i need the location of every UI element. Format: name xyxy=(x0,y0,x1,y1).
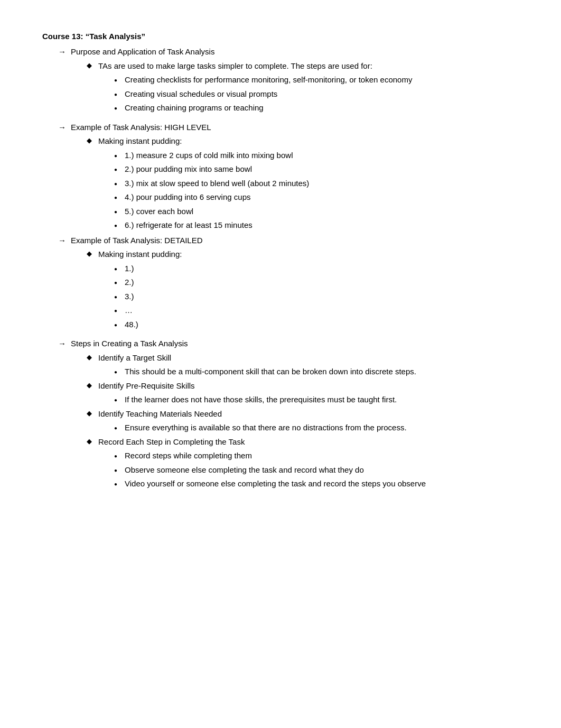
diamond-item-prereq-skills-text: Identify Pre-Requisite Skills xyxy=(98,381,195,390)
arrow-item-purpose: Purpose and Application of Task Analysis… xyxy=(58,46,519,114)
bullet-list-target-skill: This should be a multi-component skill t… xyxy=(98,366,519,378)
diamond-item-pudding-high-text: Making instant pudding: xyxy=(98,136,182,145)
bullet-list-purpose: Creating checklists for performance moni… xyxy=(98,74,519,114)
list-item: If the learner does not have those skill… xyxy=(114,394,519,406)
list-item: 1.) xyxy=(114,263,519,275)
diamond-item-target-skill-text: Identify a Target Skill xyxy=(98,353,171,362)
arrow-list-steps: Steps in Creating a Task Analysis Identi… xyxy=(42,338,519,490)
diamond-list-detailed: Making instant pudding: 1.) 2.) 3.) … 48… xyxy=(71,248,519,330)
diamond-list-high-level: Making instant pudding: 1.) measure 2 cu… xyxy=(71,135,519,232)
list-item: Observe someone else completing the task… xyxy=(114,464,519,476)
list-item: 3.) xyxy=(114,291,519,303)
arrow-item-steps: Steps in Creating a Task Analysis Identi… xyxy=(58,338,519,490)
diamond-item-prereq-skills: Identify Pre-Requisite Skills If the lea… xyxy=(87,380,519,406)
diamond-item-ta-used-text: TAs are used to make large tasks simpler… xyxy=(98,61,372,70)
diamond-item-target-skill: Identify a Target Skill This should be a… xyxy=(87,352,519,378)
arrow-item-detailed: Example of Task Analysis: DETAILED Makin… xyxy=(58,235,519,331)
bullet-list-detailed: 1.) 2.) 3.) … 48.) xyxy=(98,263,519,331)
diamond-list-purpose: TAs are used to make large tasks simpler… xyxy=(71,60,519,114)
list-item: This should be a multi-component skill t… xyxy=(114,366,519,378)
diamond-item-teaching-materials: Identify Teaching Materials Needed Ensur… xyxy=(87,408,519,434)
page-content: Course 13: “Task Analysis” Purpose and A… xyxy=(42,32,519,490)
list-item: Creating checklists for performance moni… xyxy=(114,74,519,86)
list-item: 6.) refrigerate for at least 15 minutes xyxy=(114,219,519,232)
list-item: 3.) mix at slow speed to blend well (abo… xyxy=(114,178,519,190)
list-item: 4.) pour pudding into 6 serving cups xyxy=(114,191,519,204)
bullet-list-prereq-skills: If the learner does not have those skill… xyxy=(98,394,519,406)
arrow-list-high-level: Example of Task Analysis: HIGH LEVEL Mak… xyxy=(42,122,519,232)
arrow-item-high-level-text: Example of Task Analysis: HIGH LEVEL xyxy=(71,123,211,132)
list-item: Ensure everything is available so that t… xyxy=(114,422,519,434)
arrow-item-steps-text: Steps in Creating a Task Analysis xyxy=(71,339,188,348)
bullet-list-teaching-materials: Ensure everything is available so that t… xyxy=(98,422,519,434)
arrow-item-high-level: Example of Task Analysis: HIGH LEVEL Mak… xyxy=(58,122,519,232)
list-item: 1.) measure 2 cups of cold milk into mix… xyxy=(114,150,519,162)
diamond-list-steps: Identify a Target Skill This should be a… xyxy=(71,352,519,490)
list-item: 48.) xyxy=(114,319,519,331)
diamond-item-teaching-materials-text: Identify Teaching Materials Needed xyxy=(98,409,222,418)
arrow-item-detailed-text: Example of Task Analysis: DETAILED xyxy=(71,236,203,245)
course-title: Course 13: “Task Analysis” xyxy=(42,32,519,41)
bullet-list-high-level: 1.) measure 2 cups of cold milk into mix… xyxy=(98,150,519,232)
diamond-item-record-steps: Record Each Step in Completing the Task … xyxy=(87,436,519,490)
diamond-item-pudding-detailed: Making instant pudding: 1.) 2.) 3.) … 48… xyxy=(87,248,519,330)
arrow-list-purpose: Purpose and Application of Task Analysis… xyxy=(42,46,519,114)
arrow-item-purpose-text: Purpose and Application of Task Analysis xyxy=(71,47,214,56)
list-item: … xyxy=(114,305,519,317)
list-item: 2.) xyxy=(114,277,519,289)
list-item: Creating chaining programs or teaching xyxy=(114,102,519,114)
list-item: Video yourself or someone else completin… xyxy=(114,478,519,490)
diamond-item-pudding-detailed-text: Making instant pudding: xyxy=(98,250,182,259)
bullet-list-record-steps: Record steps while completing them Obser… xyxy=(98,450,519,490)
arrow-list-detailed: Example of Task Analysis: DETAILED Makin… xyxy=(42,235,519,331)
list-item: Creating visual schedules or visual prom… xyxy=(114,88,519,100)
diamond-item-record-steps-text: Record Each Step in Completing the Task xyxy=(98,437,245,446)
list-item: Record steps while completing them xyxy=(114,450,519,462)
list-item: 5.) cover each bowl xyxy=(114,206,519,218)
diamond-item-pudding-high: Making instant pudding: 1.) measure 2 cu… xyxy=(87,135,519,232)
list-item: 2.) pour pudding mix into same bowl xyxy=(114,163,519,176)
diamond-item-ta-used: TAs are used to make large tasks simpler… xyxy=(87,60,519,114)
